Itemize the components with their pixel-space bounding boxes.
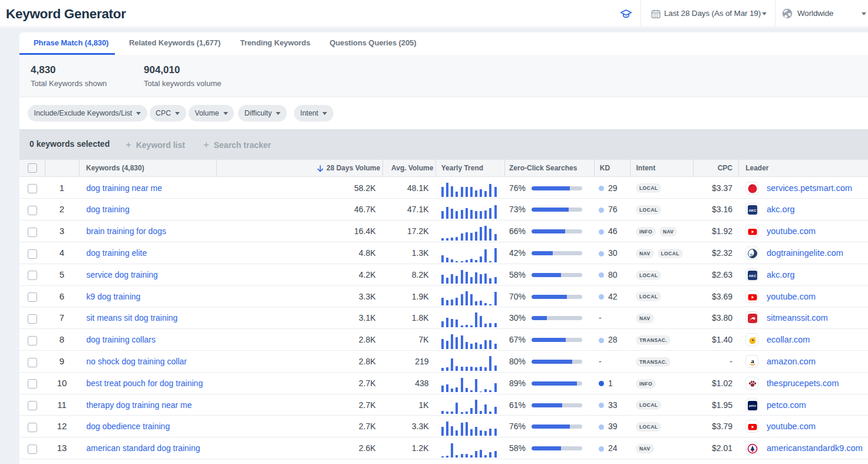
svg-text:a: a — [751, 357, 754, 364]
svg-text:AKC: AKC — [749, 209, 757, 212]
svg-text:petco: petco — [749, 404, 756, 407]
svg-text:AKC: AKC — [749, 274, 757, 277]
